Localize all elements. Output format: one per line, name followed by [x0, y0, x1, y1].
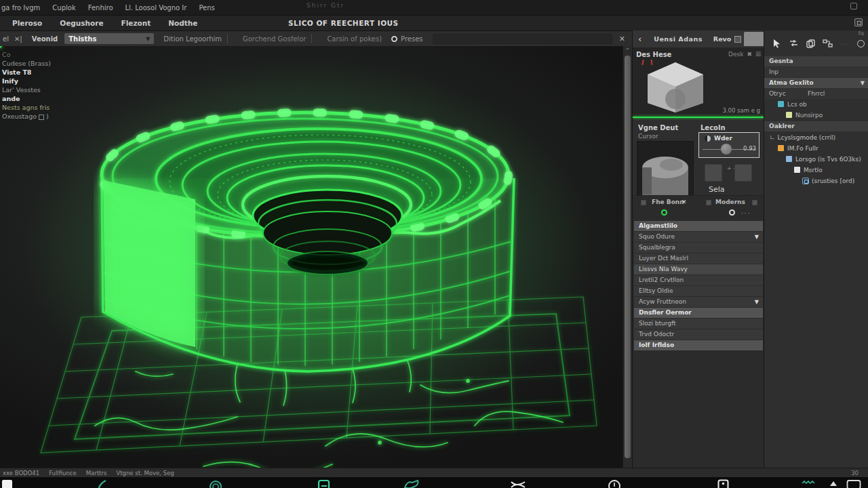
taskbar-app-icon[interactable] — [317, 479, 331, 488]
taskbar-app-icon[interactable] — [608, 479, 621, 488]
radio-icon[interactable] — [729, 209, 735, 216]
circle-icon[interactable] — [857, 40, 865, 47]
scene-tree-item[interactable]: Cudese (Brass) — [2, 59, 51, 68]
slider-widget[interactable]: Wder 0.93 — [698, 132, 760, 158]
toolbar-item[interactable]: Dition Legoorhim — [163, 35, 222, 43]
section-header[interactable]: Gesnta — [764, 56, 868, 66]
property-row[interactable]: Iolf Irfldso — [634, 340, 763, 350]
tab-material[interactable]: Uensi Adans — [654, 35, 703, 43]
taskbar-app-icon[interactable] — [510, 479, 526, 488]
toolbar-item[interactable]: Carsin of pokes) — [327, 35, 382, 43]
property-row[interactable]: Luyer Dct Maslrl — [634, 253, 763, 264]
option-box[interactable] — [705, 164, 722, 182]
active-tab-block[interactable] — [744, 32, 764, 46]
copy-icon[interactable] — [806, 39, 815, 48]
outliner-row[interactable]: Inp — [764, 67, 868, 77]
close-tab-icon[interactable]: ✕| — [14, 35, 22, 43]
property-row[interactable]: Squo Odure▼ — [634, 232, 763, 242]
scroll-up-icon[interactable]: ⌃ — [625, 47, 630, 54]
close-icon[interactable]: ✕ — [682, 199, 687, 205]
property-row[interactable]: Elltsy Oldie — [634, 286, 763, 296]
outliner-tree-item[interactable]: IM.Fo Fullr — [764, 143, 868, 154]
layer-row[interactable]: Nunsirpo — [764, 110, 868, 121]
more-dots-icon[interactable]: ··· — [741, 210, 751, 217]
menu-item[interactable]: ga fro Ivgm — [1, 4, 40, 12]
menu-item[interactable]: Fenhiro — [88, 4, 113, 12]
tab-render[interactable]: Revo — [713, 35, 731, 43]
menu-item[interactable]: Nodthe — [168, 19, 197, 27]
green-radio-icon[interactable] — [661, 209, 667, 216]
menu-item[interactable]: Pens — [199, 4, 214, 12]
scene-tree-item[interactable]: Lar' Vesstes — [2, 85, 51, 94]
start-button-icon[interactable] — [1, 479, 14, 488]
taskbar-tray-icon[interactable] — [802, 479, 819, 488]
mesh-data-icon — [802, 178, 809, 184]
panel-toggle-icon[interactable] — [854, 18, 863, 26]
scene-tree-item[interactable]: ande — [2, 94, 51, 103]
outliner-panel: ⋯⋯ Eg Gesnta Inp Atma Gexlito▼ Otryc Fhr… — [764, 30, 868, 468]
detach-icon[interactable]: ☒ — [755, 51, 761, 58]
taskbar-app-icon[interactable] — [403, 479, 420, 488]
app-window: ga fro Ivgm Cuplok Fenhiro Ll. Loosol Vo… — [0, 0, 868, 488]
checkbox-icon[interactable] — [752, 200, 757, 205]
layer-row[interactable]: Lcs ob — [764, 100, 868, 110]
3d-viewport[interactable]: Co Cudese (Brass) Viste T8 Inify Lar' Ve… — [0, 46, 623, 468]
layer-color-swatch — [778, 101, 784, 107]
tray-window-icon[interactable] — [846, 479, 861, 488]
radio-icon[interactable] — [391, 36, 397, 42]
outliner-tree-item[interactable]: Msrtlo — [764, 165, 868, 176]
back-icon[interactable]: ‹ — [638, 34, 642, 44]
scale-label: Sela — [709, 185, 725, 194]
property-row[interactable]: Acyw Fruttneon▼ — [634, 297, 763, 307]
taskbar-app-icon[interactable] — [717, 479, 730, 488]
preview-actions[interactable]: Desk ✖ ☒ — [728, 51, 761, 58]
nodes-icon[interactable] — [823, 39, 833, 47]
toolbar-item[interactable]: Gorchend Gosfelor — [243, 35, 306, 43]
mode-label: Veonid — [32, 35, 58, 43]
column-header[interactable]: Otryc — [769, 90, 786, 97]
scrollbar-thumb[interactable] — [625, 56, 631, 458]
collection-dropdown[interactable]: Atma Gexlito▼ — [764, 78, 868, 88]
column-header[interactable]: Fhrrcl — [808, 89, 825, 99]
outliner-tree-item[interactable]: (srusties [ord) — [764, 176, 868, 186]
taskbar-app-icon[interactable] — [95, 479, 108, 488]
menu-item[interactable]: Pleroso — [12, 19, 42, 27]
property-row[interactable]: Slozi bturgft — [634, 319, 763, 329]
property-row[interactable]: Dnsfler Oermor — [634, 308, 763, 318]
outliner-tree-item[interactable]: Lorsgo (is Tvs 6O3ks) — [764, 154, 868, 165]
tray-arrow-icon[interactable] — [829, 479, 838, 488]
outliner-tree-item[interactable]: ∟Lcyslsgmode (crril) — [764, 132, 868, 143]
tree-label: Lorsgo (is Tvs 6O3ks) — [795, 156, 861, 163]
checkbox-icon[interactable] — [641, 200, 646, 205]
column-subtitle: Cursor — [638, 133, 658, 140]
cube-preview[interactable] — [638, 58, 713, 113]
scene-tree-item[interactable]: Oxeustago) — [2, 112, 51, 121]
checkbox-icon[interactable] — [706, 200, 711, 205]
menu-item[interactable]: Ll. Loosol Vogno Ir — [125, 4, 187, 12]
menu-item[interactable]: Oegushore — [60, 19, 103, 27]
scene-tree-item[interactable]: Nests agns fris — [2, 103, 51, 112]
scene-tree-item[interactable]: Co — [2, 50, 51, 59]
section-header[interactable]: Oaklrer — [764, 121, 868, 131]
toolbar-input-field[interactable] — [433, 34, 612, 44]
taskbar-app-icon[interactable] — [209, 479, 222, 488]
property-row[interactable]: Trvd Odoctr — [634, 329, 763, 340]
menu-item[interactable]: Flezont — [121, 19, 151, 27]
pin-icon[interactable]: ✖ — [747, 51, 752, 58]
property-row[interactable]: Squalblegra — [634, 243, 763, 253]
cursor-icon[interactable] — [772, 39, 782, 48]
property-row[interactable]: Lretli2 Crvtllon — [634, 275, 763, 285]
option-box[interactable] — [734, 164, 752, 182]
slider-knob[interactable] — [721, 144, 732, 155]
close-icon[interactable]: ✕ — [619, 35, 625, 43]
menu-item[interactable]: Cuplok — [52, 4, 75, 12]
radio-label[interactable]: Preses — [401, 35, 422, 43]
filter-icon[interactable] — [789, 39, 799, 47]
property-row[interactable]: Algamstlilo — [634, 221, 763, 231]
viewport-scrollbar[interactable]: ⌃ — [623, 46, 632, 468]
window-icon[interactable] — [850, 3, 857, 9]
mode-dropdown[interactable]: Thisths ▼ — [64, 33, 154, 44]
scene-tree-item[interactable]: Viste T8 — [2, 68, 51, 77]
scene-tree-item[interactable]: Inify — [2, 77, 51, 85]
property-row[interactable]: Lissvs Nla Wavy — [634, 264, 763, 274]
